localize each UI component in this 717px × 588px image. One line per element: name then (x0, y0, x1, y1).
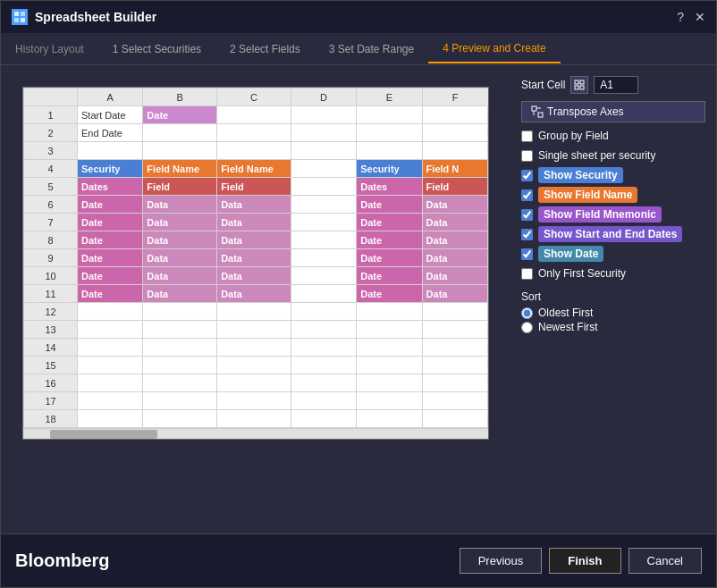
cell-r2-e[interactable] (357, 124, 422, 142)
cell-r1-e[interactable] (357, 106, 422, 124)
cell-r4-f[interactable]: Field N (422, 160, 487, 178)
row-2-header: 2 (24, 124, 78, 142)
show-field-name-label: Show Field Name (538, 187, 637, 203)
row-5-header: 5 (24, 178, 78, 196)
table-row: 5 Dates Field Field Dates Field (24, 178, 488, 196)
cell-r2-d[interactable] (291, 124, 356, 142)
tab-set-date-range[interactable]: 3 Set Date Range (315, 36, 428, 63)
cell-r5-a[interactable]: Dates (78, 178, 143, 196)
group-by-field-row: Group by Field (521, 130, 705, 142)
show-date-label: Show Date (538, 246, 603, 262)
cell-r6-c[interactable]: Data (217, 196, 291, 214)
only-first-security-label[interactable]: Only First Security (538, 267, 626, 280)
cell-r2-c[interactable] (217, 124, 291, 142)
show-field-name-row: Show Field Name (521, 189, 705, 201)
only-first-security-checkbox[interactable] (521, 268, 533, 280)
single-sheet-checkbox[interactable] (521, 150, 533, 162)
start-cell-icon[interactable] (570, 76, 588, 94)
cell-r2-f[interactable] (422, 124, 487, 142)
row-3-header: 3 (24, 142, 78, 160)
cell-r4-d[interactable] (291, 160, 356, 178)
tab-select-securities[interactable]: 1 Select Securities (98, 36, 215, 63)
cancel-button[interactable]: Cancel (628, 548, 702, 574)
title-bar-left: Spreadsheet Builder (12, 9, 156, 25)
cell-r3-a[interactable] (78, 142, 143, 160)
help-button[interactable]: ? (677, 10, 684, 24)
cell-r6-f[interactable]: Data (422, 196, 487, 214)
svg-rect-7 (580, 86, 584, 89)
cell-r5-d[interactable] (291, 178, 356, 196)
tab-preview-and-create[interactable]: 4 Preview and Create (428, 35, 560, 63)
show-field-name-checkbox[interactable] (521, 189, 533, 201)
show-date-checkbox[interactable] (521, 248, 533, 260)
window-title: Spreadsheet Builder (35, 10, 156, 24)
cell-r1-c[interactable] (217, 106, 291, 124)
show-start-end-checkbox[interactable] (521, 229, 533, 240)
cell-r1-b[interactable]: Date (143, 106, 217, 124)
table-row: 14 (24, 339, 488, 357)
cell-r6-b[interactable]: Data (143, 196, 217, 214)
previous-button[interactable]: Previous (460, 548, 543, 574)
svg-rect-2 (14, 18, 19, 22)
show-field-mnemonic-checkbox[interactable] (521, 209, 533, 221)
newest-first-label[interactable]: Newest First (538, 321, 598, 333)
cell-r4-b[interactable]: Field Name (143, 160, 217, 178)
scrollbar-thumb-horizontal[interactable] (50, 430, 157, 439)
start-cell-row: Start Cell (521, 76, 705, 94)
cell-r3-f[interactable] (422, 142, 487, 160)
table-row: 8 Date Data Data Date Data (24, 231, 488, 249)
bloomberg-logo: Bloomberg (15, 550, 110, 571)
group-by-field-label[interactable]: Group by Field (538, 130, 609, 142)
nav-tabs: History Layout 1 Select Securities 2 Sel… (1, 33, 716, 65)
show-field-mnemonic-row: Show Field Mnemonic (521, 208, 705, 221)
newest-first-radio[interactable] (521, 322, 533, 333)
start-cell-input[interactable] (594, 76, 638, 94)
close-button[interactable]: ✕ (695, 10, 705, 24)
spreadsheet-area: A B C D E F 1 Sta (22, 87, 489, 440)
cell-r4-e[interactable]: Security (357, 160, 422, 178)
svg-rect-8 (532, 106, 536, 111)
oldest-first-label[interactable]: Oldest First (538, 307, 593, 319)
scrollbar-horizontal[interactable] (23, 428, 488, 439)
cell-r5-e[interactable]: Dates (357, 178, 422, 196)
svg-rect-6 (575, 86, 578, 89)
cell-r3-e[interactable] (357, 142, 422, 160)
cell-r6-a[interactable]: Date (78, 196, 143, 214)
col-d-header: D (291, 88, 356, 106)
title-controls: ? ✕ (677, 10, 705, 24)
table-row: 9 Date Data Data Date Data (24, 249, 488, 267)
svg-rect-9 (538, 113, 543, 117)
table-row: 12 (24, 303, 488, 321)
finish-button[interactable]: Finish (549, 548, 620, 574)
cell-r5-f[interactable]: Field (422, 178, 487, 196)
cell-r3-c[interactable] (217, 142, 291, 160)
cell-r1-f[interactable] (422, 106, 487, 124)
only-first-security-row: Only First Security (521, 267, 705, 280)
group-by-field-checkbox[interactable] (521, 130, 533, 142)
col-f-header: F (422, 88, 487, 106)
oldest-first-radio[interactable] (521, 307, 533, 319)
table-row: 17 (24, 392, 488, 410)
cell-r4-c[interactable]: Field Name (217, 160, 291, 178)
col-b-header: B (143, 88, 217, 106)
cell-r5-c[interactable]: Field (217, 178, 291, 196)
show-security-checkbox[interactable] (521, 170, 533, 181)
tab-history-layout[interactable]: History Layout (1, 36, 98, 63)
cell-r1-d[interactable] (291, 106, 356, 124)
col-a-header: A (78, 88, 143, 106)
table-row: 11 Date Data Data Date Data (24, 285, 488, 303)
cell-r1-a[interactable]: Start Date (78, 106, 143, 124)
cell-r2-a[interactable]: End Date (78, 124, 143, 142)
show-security-label: Show Security (538, 167, 623, 183)
cell-r4-a[interactable]: Security (78, 160, 143, 178)
cell-r6-e[interactable]: Date (357, 196, 422, 214)
cell-r3-b[interactable] (143, 142, 217, 160)
cell-r2-b[interactable] (143, 124, 217, 142)
footer: Bloomberg Previous Finish Cancel (1, 533, 716, 587)
cell-r3-d[interactable] (291, 142, 356, 160)
single-sheet-label[interactable]: Single sheet per security (538, 149, 655, 162)
single-sheet-row: Single sheet per security (521, 149, 705, 162)
transpose-axes-button[interactable]: Transpose Axes (521, 101, 705, 122)
cell-r5-b[interactable]: Field (143, 178, 217, 196)
tab-select-fields[interactable]: 2 Select Fields (215, 36, 315, 63)
